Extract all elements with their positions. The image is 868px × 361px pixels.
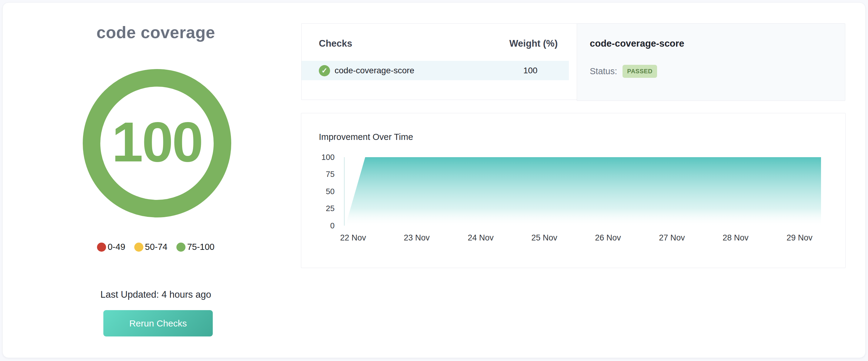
x-axis-tick: 27 Nov [653, 233, 690, 242]
page-title: code coverage [3, 23, 309, 42]
legend-item-low: 0-49 [97, 242, 125, 252]
legend-item-mid: 50-74 [134, 242, 167, 252]
green-dot-icon [176, 242, 185, 252]
improvement-chart-card: Improvement Over Time 100 75 50 25 0 22 … [301, 113, 845, 268]
last-updated-text: Last Updated: 4 hours ago [3, 289, 309, 300]
weight-column-header: Weight (%) [503, 38, 558, 49]
y-axis-tick: 75 [301, 170, 335, 179]
check-detail-title: code-coverage-score [590, 38, 832, 49]
table-row[interactable]: ✓ code-coverage-score 100 [302, 61, 569, 80]
dashboard-card: code coverage 100 0-49 50-74 75-100 Last… [2, 2, 866, 358]
chart-title: Improvement Over Time [319, 132, 413, 142]
x-axis-tick: 28 Nov [717, 233, 754, 242]
x-axis-tick: 25 Nov [526, 233, 563, 242]
check-weight-value: 100 [503, 66, 558, 75]
score-legend: 0-49 50-74 75-100 [3, 242, 309, 252]
checks-column-header: Checks [319, 38, 352, 49]
status-label: Status: [590, 66, 617, 76]
area-series [344, 157, 821, 226]
y-axis-tick: 0 [301, 221, 335, 230]
score-value: 100 [112, 114, 202, 173]
x-axis-tick: 29 Nov [781, 233, 818, 242]
yellow-dot-icon [134, 242, 143, 252]
red-dot-icon [97, 242, 106, 252]
score-gauge: 100 [83, 69, 231, 218]
check-detail-card: code-coverage-score Status: PASSED [577, 23, 845, 101]
x-axis-tick: 22 Nov [335, 233, 372, 242]
x-axis-tick: 24 Nov [462, 233, 499, 242]
checks-table-card: Checks Weight (%) ✓ code-coverage-score … [301, 23, 577, 100]
legend-item-high: 75-100 [176, 242, 214, 252]
legend-label: 0-49 [107, 242, 125, 252]
status-row: Status: PASSED [590, 65, 832, 78]
x-axis-tick: 26 Nov [589, 233, 626, 242]
x-axis-tick: 23 Nov [398, 233, 435, 242]
y-axis-tick: 50 [301, 187, 335, 196]
rerun-checks-button[interactable]: Rerun Checks [103, 310, 213, 336]
y-axis-tick: 100 [301, 153, 335, 162]
checks-table-header: Checks Weight (%) [302, 24, 577, 57]
y-axis-tick: 25 [301, 204, 335, 213]
check-circle-icon: ✓ [319, 65, 330, 76]
status-badge: PASSED [622, 65, 657, 78]
check-name: code-coverage-score [335, 66, 414, 75]
legend-label: 75-100 [187, 242, 214, 252]
legend-label: 50-74 [145, 242, 167, 252]
